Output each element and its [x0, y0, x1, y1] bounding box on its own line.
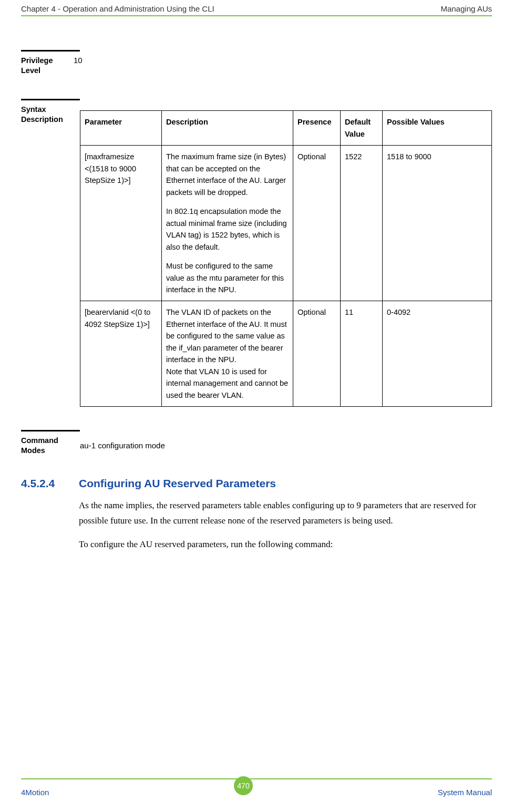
syntax-table: Parameter Description Presence Default V… — [80, 110, 492, 407]
cell-possible: 1518 to 9000 — [383, 146, 492, 301]
cell-presence: Optional — [293, 301, 341, 407]
footer-left: 4Motion — [21, 788, 49, 797]
cell-description: The VLAN ID of packets on the Ethernet i… — [162, 301, 293, 407]
subsection-heading: 4.5.2.4 Configuring AU Reserved Paramete… — [21, 477, 492, 490]
subsection-title: Configuring AU Reserved Parameters — [79, 477, 276, 490]
subsection-body: As the name implies, the reserved parame… — [79, 498, 492, 552]
cell-presence: Optional — [293, 146, 341, 301]
cell-parameter: [bearervlanid <(0 to 4092 StepSize 1)>] — [80, 301, 162, 407]
header-left: Chapter 4 - Operation and Administration… — [21, 4, 214, 13]
privilege-level-block: Privilege Level 10 — [21, 50, 80, 76]
cell-default: 11 — [341, 301, 383, 407]
page-number-badge: 470 — [234, 776, 253, 795]
body-para: As the name implies, the reserved parame… — [79, 498, 492, 529]
cell-possible: 0-4092 — [383, 301, 492, 407]
col-parameter: Parameter — [80, 111, 162, 146]
cell-parameter: [maxframesize <(1518 to 9000 StepSize 1)… — [80, 146, 162, 301]
syntax-label: Syntax Description — [21, 100, 74, 125]
command-modes-value: au-1 configuration mode — [80, 437, 492, 450]
table-row: [bearervlanid <(0 to 4092 StepSize 1)>] … — [80, 301, 492, 407]
syntax-description-block: Syntax Description — [21, 99, 80, 125]
privilege-label: Privilege Level — [21, 52, 74, 76]
footer-right: System Manual — [438, 788, 492, 797]
table-header-row: Parameter Description Presence Default V… — [80, 111, 492, 146]
col-presence: Presence — [293, 111, 341, 146]
table-row: [maxframesize <(1518 to 9000 StepSize 1)… — [80, 146, 492, 301]
main-content: Privilege Level 10 Syntax Description Pa… — [21, 16, 492, 552]
privilege-value: 10 — [74, 52, 83, 76]
page-footer: 4Motion 470 System Manual — [21, 778, 492, 801]
page-header: Chapter 4 - Operation and Administration… — [21, 0, 492, 16]
body-para: To configure the AU reserved parameters,… — [79, 537, 492, 552]
header-right: Managing AUs — [440, 4, 492, 13]
command-modes-label: Command Modes — [21, 431, 74, 456]
cell-description: The maximum frame size (in Bytes) that c… — [162, 146, 293, 301]
cell-default: 1522 — [341, 146, 383, 301]
command-modes-block: Command Modes — [21, 430, 80, 456]
col-description: Description — [162, 111, 293, 146]
col-default: Default Value — [341, 111, 383, 146]
col-possible: Possible Values — [383, 111, 492, 146]
subsection-number: 4.5.2.4 — [21, 477, 79, 490]
